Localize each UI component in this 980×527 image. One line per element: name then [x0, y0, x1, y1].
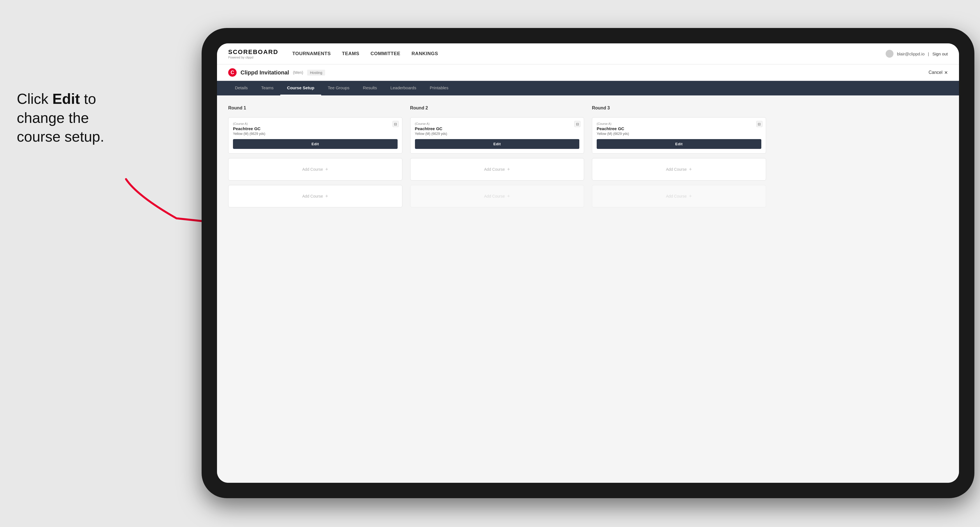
round-3-add-course-1-label: Add Course	[666, 167, 687, 171]
round-1-add-course-2-label: Add Course	[302, 194, 323, 198]
round-2-add-course-2-label: Add Course	[484, 194, 505, 198]
cancel-button[interactable]: Cancel ✕	[929, 70, 948, 75]
empty-column	[774, 105, 948, 207]
sub-header: C Clippd Invitational (Men) Hosting Canc…	[217, 64, 959, 81]
brand-logo: SCOREBOARD Powered by clippd	[228, 48, 278, 59]
round-1-column: Round 1 ⊟ (Course A) Peachtree GC Yellow…	[228, 105, 402, 207]
sub-header-left: C Clippd Invitational (Men) Hosting	[228, 68, 325, 77]
round-2-add-course-1-plus-icon: +	[507, 167, 510, 172]
tab-tee-groups[interactable]: Tee Groups	[321, 81, 356, 95]
round-3-course-card: ⊟ (Course A) Peachtree GC Yellow (M) (66…	[592, 117, 766, 154]
round-1-course-card: ⊟ (Course A) Peachtree GC Yellow (M) (66…	[228, 117, 402, 154]
round-1-add-course-1-plus-icon: +	[325, 167, 328, 172]
round-2-course-card: ⊟ (Course A) Peachtree GC Yellow (M) (66…	[410, 117, 584, 154]
round-3-add-course-1[interactable]: Add Course +	[592, 158, 766, 181]
nav-rankings[interactable]: RANKINGS	[412, 51, 438, 57]
round-3-add-course-2-plus-icon: +	[689, 194, 692, 199]
instruction-text: Click Edit to change the course setup.	[17, 90, 134, 146]
round-3-title: Round 3	[592, 105, 766, 111]
round-1-add-course-1-label: Add Course	[302, 167, 323, 171]
brand-subtitle: Powered by clippd	[228, 56, 278, 59]
round-1-title: Round 1	[228, 105, 402, 111]
user-avatar	[886, 50, 894, 58]
round-2-add-course-2: Add Course +	[410, 185, 584, 207]
user-email: blair@clippd.io	[897, 51, 924, 56]
round-3-column: Round 3 ⊟ (Course A) Peachtree GC Yellow…	[592, 105, 766, 207]
round-1-course-label: (Course A)	[233, 122, 398, 125]
top-navigation: SCOREBOARD Powered by clippd TOURNAMENTS…	[217, 43, 959, 64]
tab-teams[interactable]: Teams	[255, 81, 280, 95]
main-content: Round 1 ⊟ (Course A) Peachtree GC Yellow…	[217, 95, 959, 483]
cancel-label: Cancel	[929, 70, 942, 75]
clippd-logo: C	[228, 68, 237, 77]
round-2-add-course-2-plus-icon: +	[507, 194, 510, 199]
tournament-gender: (Men)	[293, 70, 303, 75]
close-icon: ✕	[944, 70, 948, 75]
round-3-add-course-2: Add Course +	[592, 185, 766, 207]
round-2-edit-button[interactable]: Edit	[415, 139, 580, 149]
tab-bar: Details Teams Course Setup Tee Groups Re…	[217, 81, 959, 95]
tab-details[interactable]: Details	[228, 81, 255, 95]
round-3-course-label: (Course A)	[597, 122, 761, 125]
round-1-edit-button[interactable]: Edit	[233, 139, 398, 149]
tab-course-setup[interactable]: Course Setup	[280, 81, 321, 95]
round-1-delete-icon[interactable]: ⊟	[393, 121, 399, 127]
tab-printables[interactable]: Printables	[423, 81, 455, 95]
rounds-container: Round 1 ⊟ (Course A) Peachtree GC Yellow…	[228, 105, 948, 207]
instruction-prefix: Click	[17, 90, 52, 107]
nav-links: TOURNAMENTS TEAMS COMMITTEE RANKINGS	[292, 51, 886, 57]
nav-user-section: blair@clippd.io | Sign out	[886, 50, 948, 58]
round-1-course-name: Peachtree GC	[233, 126, 398, 131]
hosting-badge: Hosting	[307, 70, 325, 76]
round-2-add-course-1[interactable]: Add Course +	[410, 158, 584, 181]
tablet-frame: SCOREBOARD Powered by clippd TOURNAMENTS…	[202, 28, 974, 498]
round-1-add-course-1[interactable]: Add Course +	[228, 158, 402, 181]
round-2-title: Round 2	[410, 105, 584, 111]
round-1-add-course-2-plus-icon: +	[325, 194, 328, 199]
nav-committee[interactable]: COMMITTEE	[371, 51, 400, 57]
tournament-name: Clippd Invitational	[240, 70, 289, 76]
sign-out-link[interactable]: Sign out	[932, 51, 948, 56]
round-2-add-course-1-label: Add Course	[484, 167, 505, 171]
tablet-screen: SCOREBOARD Powered by clippd TOURNAMENTS…	[217, 43, 959, 483]
tab-leaderboards[interactable]: Leaderboards	[383, 81, 423, 95]
instruction-bold: Edit	[52, 90, 80, 107]
round-3-delete-icon[interactable]: ⊟	[756, 121, 762, 127]
round-3-course-details: Yellow (M) (6629 yds)	[597, 132, 761, 136]
nav-tournaments[interactable]: TOURNAMENTS	[292, 51, 331, 57]
round-2-column: Round 2 ⊟ (Course A) Peachtree GC Yellow…	[410, 105, 584, 207]
round-3-edit-button[interactable]: Edit	[597, 139, 761, 149]
separator: |	[928, 51, 929, 56]
round-3-add-course-1-plus-icon: +	[689, 167, 692, 172]
round-3-course-name: Peachtree GC	[597, 126, 761, 131]
brand-name: SCOREBOARD	[228, 48, 278, 56]
tab-results[interactable]: Results	[356, 81, 383, 95]
nav-teams[interactable]: TEAMS	[342, 51, 359, 57]
round-2-course-label: (Course A)	[415, 122, 580, 125]
round-2-course-name: Peachtree GC	[415, 126, 580, 131]
round-1-add-course-2[interactable]: Add Course +	[228, 185, 402, 207]
round-3-add-course-2-label: Add Course	[666, 194, 687, 198]
round-2-course-details: Yellow (M) (6629 yds)	[415, 132, 580, 136]
round-1-course-details: Yellow (M) (6629 yds)	[233, 132, 398, 136]
round-2-delete-icon[interactable]: ⊟	[574, 121, 581, 127]
